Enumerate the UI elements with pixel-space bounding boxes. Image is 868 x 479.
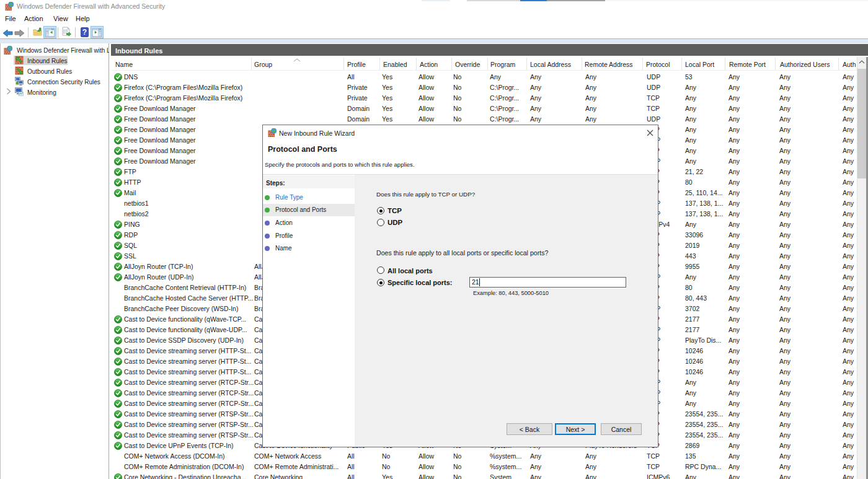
svg-text:?: ? [82, 28, 87, 37]
